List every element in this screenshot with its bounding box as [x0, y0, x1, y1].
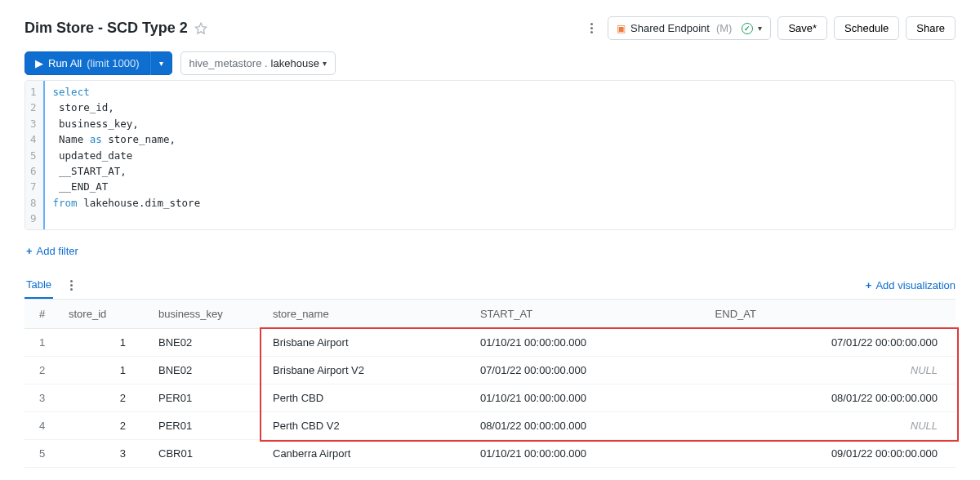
tab-more-icon[interactable]	[65, 279, 78, 292]
column-header[interactable]: business_key	[149, 300, 263, 329]
table-row[interactable]: 32PER01Perth CBD01/10/21 00:00:00.00008/…	[24, 384, 956, 412]
star-icon[interactable]	[194, 22, 207, 35]
chevron-down-icon: ▾	[323, 59, 327, 68]
chevron-down-icon: ▾	[758, 24, 762, 33]
results-table: #store_idbusiness_keystore_nameSTART_ATE…	[24, 300, 956, 468]
column-header[interactable]: START_AT	[470, 300, 706, 329]
cell-rownum: 4	[24, 412, 59, 440]
add-filter-button[interactable]: + Add filter	[26, 245, 78, 257]
plus-icon: +	[26, 245, 33, 257]
cell-store-id: 3	[59, 440, 149, 468]
cell-rownum: 5	[24, 440, 59, 468]
cell-store-id: 1	[59, 329, 149, 357]
schema-prefix: hive_metastore .	[189, 57, 268, 69]
schedule-button[interactable]: Schedule	[834, 16, 899, 40]
check-circle-icon: ✓	[742, 23, 753, 34]
endpoint-suffix: (M)	[716, 22, 733, 34]
chevron-down-icon: ▾	[159, 59, 163, 68]
cell-rownum: 3	[24, 384, 59, 412]
svg-marker-0	[195, 23, 206, 33]
add-viz-label: Add visualization	[875, 279, 956, 291]
cell-business-key: CBR01	[149, 440, 263, 468]
column-header[interactable]: #	[24, 300, 59, 329]
cell-business-key: BNE02	[149, 357, 263, 384]
cell-end-at: 09/01/22 00:00:00.000	[706, 440, 956, 468]
cell-business-key: BNE02	[149, 329, 263, 357]
play-icon: ▶	[35, 57, 43, 69]
cell-store-id: 2	[59, 412, 149, 440]
cell-start-at: 01/10/21 00:00:00.000	[470, 384, 706, 412]
more-icon[interactable]	[585, 22, 598, 35]
table-row[interactable]: 21BNE02Brisbane Airport V207/01/22 00:00…	[24, 357, 956, 384]
cell-store-name: Canberra Airport	[263, 440, 470, 468]
cell-start-at: 07/01/22 00:00:00.000	[470, 357, 706, 384]
cell-business-key: PER01	[149, 384, 263, 412]
page-title: Dim Store - SCD Type 2	[24, 20, 188, 37]
sql-editor[interactable]: 123456789 select store_id, business_key,…	[24, 80, 956, 230]
run-dropdown-button[interactable]: ▾	[150, 51, 172, 75]
cell-start-at: 08/01/22 00:00:00.000	[470, 412, 706, 440]
cell-start-at: 01/10/21 00:00:00.000	[470, 329, 706, 357]
table-row[interactable]: 53CBR01Canberra Airport01/10/21 00:00:00…	[24, 440, 956, 468]
cell-end-at: NULL	[706, 412, 956, 440]
run-all-button[interactable]: ▶ Run All (limit 1000)	[24, 51, 150, 75]
cell-store-id: 2	[59, 384, 149, 412]
add-visualization-button[interactable]: + Add visualization	[866, 273, 956, 298]
cell-rownum: 1	[24, 329, 59, 357]
endpoint-label: Shared Endpoint	[630, 22, 710, 34]
cell-store-name: Brisbane Airport V2	[263, 357, 470, 384]
cell-start-at: 01/10/21 00:00:00.000	[470, 440, 706, 468]
cell-rownum: 2	[24, 357, 59, 384]
cube-icon: ▣	[617, 23, 626, 34]
run-limit: (limit 1000)	[87, 57, 139, 69]
schema-name: lakehouse	[271, 57, 319, 69]
cell-business-key: PER01	[149, 412, 263, 440]
add-filter-label: Add filter	[37, 245, 78, 257]
run-label: Run All	[48, 57, 82, 69]
cell-store-id: 1	[59, 357, 149, 384]
cell-store-name: Brisbane Airport	[263, 329, 470, 357]
cell-store-name: Perth CBD	[263, 384, 470, 412]
table-row[interactable]: 11BNE02Brisbane Airport01/10/21 00:00:00…	[24, 329, 956, 357]
cell-end-at: NULL	[706, 357, 956, 384]
endpoint-selector[interactable]: ▣ Shared Endpoint (M) ✓ ▾	[608, 16, 771, 40]
column-header[interactable]: store_name	[263, 300, 470, 329]
table-row[interactable]: 42PER01Perth CBD V208/01/22 00:00:00.000…	[24, 412, 956, 440]
share-button[interactable]: Share	[906, 16, 956, 40]
cell-end-at: 08/01/22 00:00:00.000	[706, 384, 956, 412]
cell-end-at: 07/01/22 00:00:00.000	[706, 329, 956, 357]
tab-table[interactable]: Table	[24, 272, 53, 299]
cell-store-name: Perth CBD V2	[263, 412, 470, 440]
save-button[interactable]: Save*	[777, 16, 827, 40]
plus-icon: +	[866, 279, 872, 291]
column-header[interactable]: END_AT	[706, 300, 956, 329]
column-header[interactable]: store_id	[59, 300, 149, 329]
schema-selector[interactable]: hive_metastore . lakehouse ▾	[180, 51, 336, 75]
